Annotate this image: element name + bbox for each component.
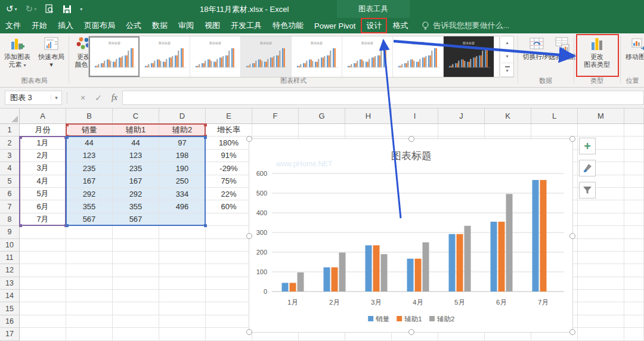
tab-设计[interactable]: 设计 xyxy=(361,18,387,33)
chart-style-thumbnail[interactable]: 图表标题 xyxy=(89,36,140,77)
chart-style-thumbnail[interactable]: 图表标题 xyxy=(292,36,342,77)
row-header-14[interactable]: 14 xyxy=(0,290,20,302)
cell-C15[interactable] xyxy=(113,302,159,315)
cell-E6[interactable]: 22% xyxy=(206,188,252,200)
gallery-scroll-up[interactable]: ▴ xyxy=(501,36,513,50)
tab-视图[interactable]: 视图 xyxy=(199,18,225,33)
cell-A16[interactable] xyxy=(20,315,66,328)
cell-L1[interactable] xyxy=(531,124,578,137)
cell-B14[interactable] xyxy=(66,290,113,302)
chart-styles-button[interactable] xyxy=(579,160,596,176)
chart-elements-button[interactable]: + xyxy=(579,138,596,154)
chart-style-thumbnail[interactable]: 图表标题 xyxy=(241,36,292,77)
bar-辅助1-3月[interactable] xyxy=(373,245,380,292)
cell-B3[interactable]: 123 xyxy=(66,150,113,162)
cell-D8[interactable] xyxy=(159,213,206,226)
cell-M11[interactable] xyxy=(578,252,624,264)
name-box-caret[interactable]: ▾ xyxy=(51,95,61,101)
bar-销量-5月[interactable] xyxy=(449,234,456,292)
cell-E1[interactable]: 增长率 xyxy=(206,124,252,137)
bar-销量-4月[interactable] xyxy=(407,259,414,292)
chart-title[interactable]: 图表标题 xyxy=(391,150,432,162)
cell-A14[interactable] xyxy=(20,290,66,302)
cell-M15[interactable] xyxy=(578,302,624,315)
redo-button[interactable]: ↻▾ xyxy=(26,4,37,14)
cell-A11[interactable] xyxy=(20,252,66,264)
column-header-C[interactable]: C xyxy=(113,108,159,124)
cell-A2[interactable]: 1月 xyxy=(20,137,66,149)
bar-辅助2-3月[interactable] xyxy=(381,254,388,292)
column-header-I[interactable]: I xyxy=(392,108,438,124)
cell-B10[interactable] xyxy=(66,239,113,252)
row-header-6[interactable]: 6 xyxy=(0,188,20,200)
cell-C2[interactable]: 44 xyxy=(113,137,159,149)
column-header-K[interactable]: K xyxy=(485,108,531,124)
row-header-8[interactable]: 8 xyxy=(0,213,20,226)
cell-B17[interactable] xyxy=(66,328,113,340)
tell-me-box[interactable]: 告诉我您想要做什么... xyxy=(422,18,509,33)
chart-object[interactable]: www.pHome.NET图表标题01002003004005006001月2月… xyxy=(249,138,573,333)
cell-A5[interactable]: 4月 xyxy=(20,175,66,188)
cell-D16[interactable] xyxy=(159,315,206,328)
cell-M1[interactable] xyxy=(578,124,624,137)
bar-销量-2月[interactable] xyxy=(324,267,330,292)
legend-swatch[interactable] xyxy=(429,316,435,321)
chart-style-thumbnail[interactable]: 图表标题 xyxy=(444,36,494,77)
bar-辅助1-7月[interactable] xyxy=(540,180,547,292)
cell-D6[interactable]: 334 xyxy=(159,188,206,200)
cell-D5[interactable]: 250 xyxy=(159,175,206,188)
legend-label[interactable]: 辅助1 xyxy=(404,315,422,323)
legend-swatch[interactable] xyxy=(397,316,402,321)
column-header-J[interactable]: J xyxy=(438,108,485,124)
cell-C10[interactable] xyxy=(113,239,159,252)
cell-E15[interactable] xyxy=(206,302,252,315)
legend-swatch[interactable] xyxy=(368,316,373,321)
cell-C17[interactable] xyxy=(113,328,159,340)
cell-D1[interactable]: 辅助2 xyxy=(159,124,206,137)
row-header-5[interactable]: 5 xyxy=(0,175,20,188)
cell-E3[interactable]: 91% xyxy=(206,150,252,162)
cell-C5[interactable]: 167 xyxy=(113,175,159,188)
cell-E9[interactable] xyxy=(206,226,252,238)
legend-label[interactable]: 辅助2 xyxy=(437,315,454,323)
tab-开始[interactable]: 开始 xyxy=(26,18,52,33)
cell-C4[interactable]: 235 xyxy=(113,162,159,175)
bar-辅助1-5月[interactable] xyxy=(457,234,463,292)
row-header-9[interactable]: 9 xyxy=(0,226,20,238)
bar-辅助2-2月[interactable] xyxy=(339,253,346,292)
cell-C14[interactable] xyxy=(113,290,159,302)
column-header-H[interactable]: H xyxy=(345,108,392,124)
cell-E4[interactable]: -29% xyxy=(206,162,252,175)
cell-B16[interactable] xyxy=(66,315,113,328)
cell-A10[interactable] xyxy=(20,239,66,252)
column-header-E[interactable]: E xyxy=(206,108,252,124)
row-header-16[interactable]: 16 xyxy=(0,315,20,328)
chart-handle[interactable] xyxy=(246,233,252,239)
cell-E10[interactable] xyxy=(206,239,252,252)
cell-J1[interactable] xyxy=(438,124,485,137)
cell-B13[interactable] xyxy=(66,277,113,290)
cell-C8[interactable]: 567 xyxy=(113,213,159,226)
row-header-17[interactable]: 17 xyxy=(0,328,20,340)
cell-E7[interactable]: 60% xyxy=(206,200,252,213)
bar-辅助1-6月[interactable] xyxy=(499,222,505,292)
cell-D13[interactable] xyxy=(159,277,206,290)
cell-I1[interactable] xyxy=(392,124,438,137)
chart-handle[interactable] xyxy=(246,136,252,142)
cell-E17[interactable] xyxy=(206,328,252,340)
chart-handle[interactable] xyxy=(408,329,414,335)
cell-A13[interactable] xyxy=(20,277,66,290)
cell-E5[interactable]: 75% xyxy=(206,175,252,188)
bar-销量-1月[interactable] xyxy=(282,283,289,292)
formula-input[interactable] xyxy=(122,91,644,105)
legend-label[interactable]: 销量 xyxy=(375,315,390,323)
cell-E13[interactable] xyxy=(206,277,252,290)
cell-D15[interactable] xyxy=(159,302,206,315)
bar-销量-3月[interactable] xyxy=(366,245,372,292)
bar-销量-6月[interactable] xyxy=(491,222,497,292)
row-header-15[interactable]: 15 xyxy=(0,302,20,315)
tab-数据[interactable]: 数据 xyxy=(147,18,173,33)
cell-B5[interactable]: 167 xyxy=(66,175,113,188)
column-header-G[interactable]: G xyxy=(299,108,345,124)
cancel-entry-icon[interactable]: × xyxy=(80,93,85,103)
